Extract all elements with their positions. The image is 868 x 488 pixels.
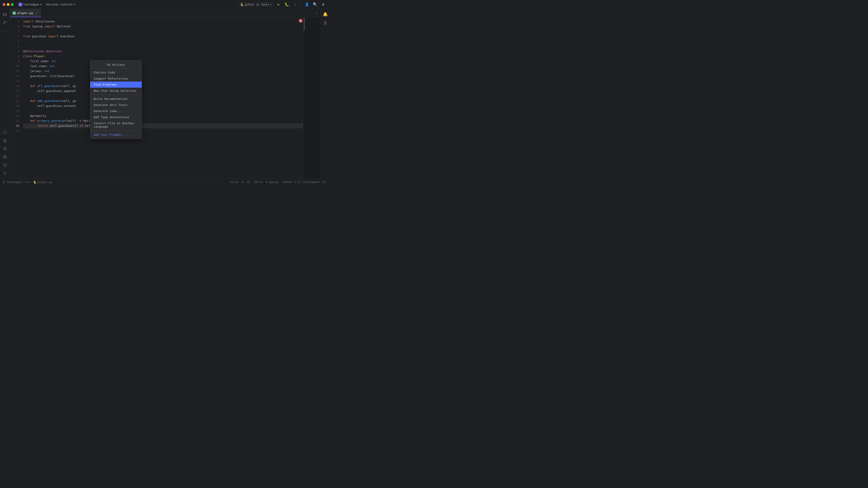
version-control-chevron-icon: ▾ [74,3,75,6]
status-sep-1: > [22,181,24,184]
code-line [23,108,303,113]
titlebar: L laxleague ▾ Version control ▾ 🐍 pytest… [0,0,329,9]
code-line [23,44,303,49]
menu-item-explain-code[interactable]: Explain Code [90,69,142,75]
tab-close-button[interactable]: ✕ [34,11,38,15]
notifications-button[interactable]: 🔔 [322,11,329,17]
profile-button[interactable]: 👤 [304,1,310,8]
line-ending[interactable]: LF [247,181,250,184]
run-config-label: pytest in tests [245,3,269,6]
code-line: @property [23,113,303,119]
project-chevron-icon: ▾ [40,3,41,6]
project-icon: L [19,3,22,6]
statusbar-branch: laxleague [7,181,22,184]
version-control-button[interactable]: Version control ▾ [45,2,76,6]
search-button[interactable]: 🔍 [312,1,318,8]
svg-point-8 [3,181,4,182]
tab-bar-actions: ⋮ [312,11,321,15]
svg-point-1 [4,23,4,24]
menu-item-label: Add Your Prompts... [94,133,127,136]
sidebar-item-bookmark[interactable] [1,169,8,177]
context-menu: AI Actions Explain Code Suggest Refactor… [90,60,142,139]
menu-item-label: Generate Code... [94,109,122,113]
code-line: last_name: str [23,64,303,69]
sidebar-item-run[interactable] [1,145,8,152]
code-line: from guardian import Guardian [23,34,303,39]
menu-item-suggest-refactoring[interactable]: Suggest Refactoring [90,75,142,82]
python-file-small-icon: 🐍 [33,181,37,184]
debug-button[interactable]: 🐛 [284,1,290,8]
python-file-icon: py [13,11,16,15]
menu-item-find-problems[interactable]: Find Problems [90,82,142,88]
svg-rect-3 [3,131,6,133]
menu-item-new-chat[interactable]: New Chat Using Selection [90,88,142,94]
pytest-icon: 🐍 [240,3,244,6]
tab-player-py[interactable]: py player.py ✕ [10,9,41,17]
project-selector[interactable]: L laxleague ▾ [17,2,43,7]
code-line: self.guardians.extend( [23,103,303,108]
menu-item-generate-tests[interactable]: Generate Unit Tests [90,102,142,108]
run-button[interactable]: ▶ [276,1,282,8]
python-interpreter[interactable]: Python 3.12 (laxleague) (2) [282,181,327,184]
scroll-thumb[interactable] [304,17,305,31]
minimize-button[interactable] [7,3,9,6]
version-control-label: Version control [46,3,72,6]
sidebar-item-folder[interactable] [1,11,8,18]
branch-icon [3,181,6,184]
sidebar-item-info[interactable] [1,161,8,168]
run-configuration[interactable]: 🐍 pytest in tests ▾ [238,2,274,7]
separator [301,2,301,7]
left-sidebar: ··· [0,9,10,178]
tab-actions-button[interactable]: ⋮ [314,11,319,15]
tab-bar: py player.py ✕ ⋮ [10,9,321,17]
cursor-position[interactable]: 22:31 [230,181,238,184]
main-layout: ··· [0,9,329,178]
menu-item-write-docs[interactable]: Write Documentation [90,96,142,102]
menu-divider [90,95,142,95]
code-line: return self.guardians[] if self.guardian… [23,123,303,128]
maximize-button[interactable] [11,3,13,6]
code-line: @dataclasses.dataclass [23,49,303,54]
close-button[interactable] [3,3,5,6]
svg-point-6 [4,156,6,158]
more-actions-button[interactable]: ⋮ [292,1,298,8]
statusbar-file: player.py [37,181,52,184]
menu-item-label: Suggest Refactoring [94,77,127,80]
more-icon: ··· [1,29,8,33]
statusbar-left: laxleague > src > 🐍 player.py [3,181,52,184]
sidebar-item-more[interactable]: ··· [1,27,8,34]
menu-item-label: Add Type Annotations [94,116,129,119]
code-line [23,94,303,98]
indent[interactable]: 4 spaces [266,181,279,184]
code-editor[interactable]: 12345 678910 1112131415 1617181920 21222… [10,17,321,178]
code-content[interactable]: import dataclasses from typing import Op… [21,17,303,178]
code-line [23,78,303,84]
sidebar-item-camera[interactable] [1,153,8,160]
menu-item-label: New Chat Using Selection [94,89,136,92]
sidebar-item-git[interactable] [1,19,8,26]
code-line: self.guardians.append( [23,89,303,94]
encoding[interactable]: UTF-8 [254,181,262,184]
menu-item-add-type-annotations[interactable]: Add Type Annotations [90,114,142,120]
menu-title: AI Actions [90,61,142,68]
menu-item-label: Generate Unit Tests [94,103,127,107]
menu-item-label: Write Documentation [94,97,127,101]
sidebar-item-ai-chat[interactable] [1,129,8,136]
menu-item-convert-language[interactable]: Convert File to Another Language [90,120,142,130]
run-config-chevron-icon: ▾ [270,3,272,6]
encoding-icon: ⊕ [242,181,243,184]
database-button[interactable]: 🗄 [322,20,329,26]
line-numbers: 12345 678910 1112131415 1617181920 21222… [10,17,21,178]
tab-label: player.py [17,11,33,15]
menu-item-label: Convert File to Another Language [94,122,138,128]
code-line: first_name: str [23,59,303,64]
menu-item-generate-code[interactable]: Generate Code... [90,108,142,114]
menu-item-add-prompts[interactable]: Add Your Prompts... [90,132,142,138]
statusbar-folder: src [25,181,30,184]
settings-button[interactable]: ⚙ [320,1,327,8]
minimap [303,17,321,178]
sidebar-item-layers[interactable] [1,137,8,144]
statusbar: laxleague > src > 🐍 player.py 22:31 ⊕ LF… [0,178,329,185]
code-line: def primary_guardian(self) -> Optional[G… [23,119,303,123]
code-line: import dataclasses [23,19,303,24]
